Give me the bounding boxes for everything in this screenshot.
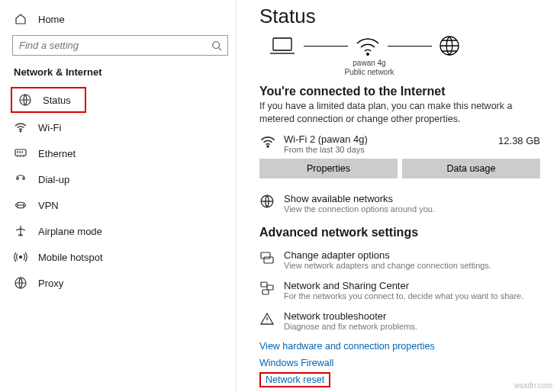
- sidebar-item-label: Proxy: [38, 278, 63, 289]
- connection-name: Wi-Fi 2 (pawan 4g): [284, 133, 491, 145]
- vpn-icon: [14, 198, 27, 212]
- sidebar-item-label: Airplane mode: [38, 226, 102, 237]
- dialup-icon: [14, 172, 27, 186]
- sidebar: Home Network & Internet Status Wi-Fi: [0, 0, 237, 392]
- data-usage-button[interactable]: Data usage: [402, 159, 540, 178]
- sidebar-item-label: Status: [43, 95, 71, 106]
- svg-rect-10: [273, 38, 291, 50]
- properties-button[interactable]: Properties: [259, 159, 398, 178]
- connection-body: If you have a limited data plan, you can…: [259, 100, 540, 126]
- network-reset-link[interactable]: Network reset: [259, 372, 330, 387]
- proxy-icon: [14, 276, 27, 290]
- main-content: Status pawan 4g Public network You're co…: [237, 0, 557, 392]
- nav-section-header: Network & Internet: [6, 63, 236, 85]
- diagram-caption: pawan 4g Public network: [259, 59, 479, 77]
- svg-point-8: [20, 256, 22, 259]
- svg-rect-19: [262, 290, 269, 294]
- network-diagram: [267, 34, 540, 57]
- sidebar-item-label: VPN: [38, 200, 59, 211]
- svg-point-4: [17, 178, 19, 180]
- svg-rect-3: [15, 149, 26, 156]
- diagram-ssid: pawan 4g: [259, 59, 479, 68]
- list-item-title: Network troubleshooter: [284, 310, 417, 322]
- button-row: Properties Data usage: [259, 159, 540, 178]
- wifi-icon: [259, 133, 276, 150]
- home-icon: [14, 12, 27, 26]
- svg-point-7: [24, 204, 26, 207]
- sidebar-item-ethernet[interactable]: Ethernet: [6, 140, 236, 166]
- sidebar-item-label: Ethernet: [38, 148, 76, 159]
- home-button[interactable]: Home: [6, 6, 236, 32]
- globe-diagram-icon: [438, 34, 461, 57]
- svg-point-13: [267, 146, 269, 147]
- svg-point-2: [20, 130, 21, 132]
- svg-point-11: [367, 53, 369, 55]
- connection-sub: From the last 30 days: [284, 145, 491, 154]
- diagram-line: [388, 46, 432, 47]
- svg-rect-15: [261, 252, 270, 259]
- svg-rect-16: [264, 257, 273, 263]
- search-container: [12, 35, 228, 56]
- list-item-title: Change adapter options: [284, 249, 491, 261]
- sidebar-item-label: Wi-Fi: [38, 122, 61, 133]
- wifi-diagram-icon: [354, 36, 382, 56]
- wifi-icon: [14, 120, 27, 134]
- sharing-center-item[interactable]: Network and Sharing Center For the netwo…: [259, 276, 540, 307]
- sidebar-item-label: Dial-up: [38, 174, 69, 185]
- warning-icon: [259, 311, 275, 326]
- ethernet-icon: [14, 146, 27, 160]
- diagram-nettype: Public network: [259, 68, 479, 77]
- svg-point-6: [16, 204, 18, 207]
- status-icon: [18, 93, 32, 107]
- connection-row: Wi-Fi 2 (pawan 4g) From the last 30 days…: [259, 132, 540, 159]
- watermark: wsxdn.com: [514, 381, 552, 390]
- list-item-sub: View the connection options around you.: [284, 204, 435, 214]
- sidebar-item-proxy[interactable]: Proxy: [6, 270, 236, 296]
- hotspot-icon: [14, 250, 27, 264]
- list-item-sub: View network adapters and change connect…: [284, 261, 491, 270]
- sharing-icon: [259, 281, 275, 296]
- sidebar-item-dialup[interactable]: Dial-up: [6, 166, 236, 192]
- sidebar-item-status[interactable]: Status: [11, 87, 86, 113]
- hardware-properties-link[interactable]: View hardware and connection properties: [259, 339, 435, 354]
- sidebar-item-hotspot[interactable]: Mobile hotspot: [6, 244, 236, 270]
- search-icon: [211, 40, 222, 51]
- sidebar-item-vpn[interactable]: VPN: [6, 192, 236, 218]
- list-item-sub: Diagnose and fix network problems.: [284, 322, 417, 331]
- laptop-icon: [267, 35, 298, 56]
- page-title: Status: [259, 5, 540, 28]
- list-item-title: Show available networks: [284, 193, 435, 204]
- adapter-icon: [259, 250, 275, 265]
- list-item-title: Network and Sharing Center: [284, 280, 523, 291]
- sidebar-item-wifi[interactable]: Wi-Fi: [6, 114, 236, 140]
- sidebar-item-airplane[interactable]: Airplane mode: [6, 218, 236, 244]
- sidebar-item-label: Mobile hotspot: [38, 252, 103, 263]
- home-label: Home: [38, 14, 65, 25]
- windows-firewall-link[interactable]: Windows Firewall: [259, 355, 333, 371]
- advanced-heading: Advanced network settings: [259, 226, 540, 239]
- airplane-icon: [14, 224, 27, 238]
- connection-data-usage: 12.38 GB: [498, 135, 540, 146]
- svg-point-5: [23, 178, 25, 180]
- show-networks-item[interactable]: Show available networks View the connect…: [259, 189, 540, 220]
- troubleshooter-item[interactable]: Network troubleshooter Diagnose and fix …: [259, 307, 540, 337]
- svg-point-0: [213, 41, 220, 48]
- svg-rect-17: [261, 282, 267, 287]
- diagram-line: [304, 46, 348, 47]
- svg-rect-18: [267, 285, 273, 290]
- adapter-options-item[interactable]: Change adapter options View network adap…: [259, 246, 540, 276]
- globe-icon: [259, 194, 275, 209]
- connection-heading: You're connected to the Internet: [259, 85, 540, 98]
- search-input[interactable]: [12, 35, 228, 56]
- list-item-sub: For the networks you connect to, decide …: [284, 291, 523, 300]
